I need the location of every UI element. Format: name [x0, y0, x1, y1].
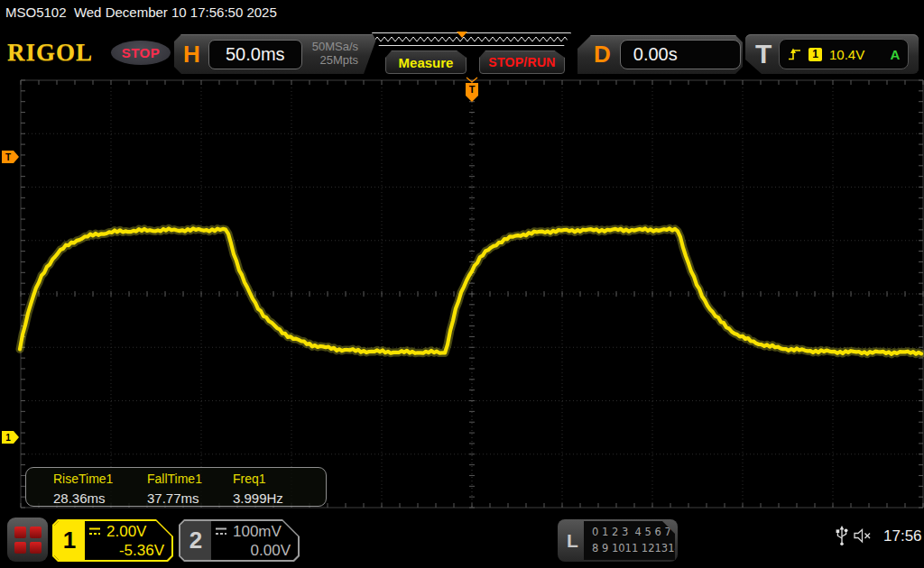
measurement-value: 37.77ms [147, 489, 202, 508]
datetime: Wed December 10 17:56:50 2025 [74, 5, 277, 20]
bottom-bar: 1 2.00V -5.36V 2 [0, 514, 924, 568]
trigger-info[interactable]: 1 10.4V A [779, 39, 909, 69]
channel1-position-marker[interactable]: 1 [2, 431, 19, 444]
dc-coupling-icon [88, 527, 102, 536]
overview-zigzag [373, 33, 570, 45]
digital-row-1: 0 1 2 3 4 5 6 7 [592, 525, 675, 541]
channel1-body: 1 2.00V -5.36V [54, 521, 171, 560]
channel1-scale: 2.00V [106, 522, 146, 541]
svg-text:1: 1 [5, 433, 11, 443]
channel2-block[interactable]: 2 100mV 0.00V [179, 519, 300, 562]
channel1-trace-glow [20, 228, 921, 353]
menu-button[interactable] [7, 518, 48, 562]
measurement-item: Freq1 3.999Hz [233, 471, 283, 508]
trigger-panel[interactable]: T 1 10.4V A [745, 34, 919, 74]
trigger-level-value: 10.4V [829, 47, 864, 62]
dc-coupling-icon [215, 527, 228, 536]
measurement-item: RiseTime1 28.36ms [53, 471, 113, 508]
grid-icon [14, 527, 42, 554]
horizontal-label: H [183, 41, 200, 69]
measurement-label: FallTime1 [147, 471, 202, 489]
delay-label: D [594, 41, 611, 69]
waveform-display[interactable]: T T 1 [0, 77, 924, 512]
digital-channel-list: 0 1 2 3 4 5 6 7 8 9 1011 12131415 [584, 521, 675, 560]
digital-row-2: 8 9 1011 12131415 [592, 541, 675, 557]
oscilloscope-screen: MSO5102 Wed December 10 17:56:50 2025 RI… [0, 0, 924, 568]
memory-depth: 25Mpts [319, 54, 358, 68]
measurement-value: 3.999Hz [233, 489, 283, 508]
sample-rate: 50MSa/s [312, 41, 358, 54]
channel1-number: 1 [54, 521, 85, 560]
horizontal-panel[interactable]: H 50.0ms 50MSa/s 25Mpts [174, 34, 378, 74]
channel1-block[interactable]: 1 2.00V -5.36V [52, 519, 173, 562]
trigger-sweep-mode: A [890, 47, 900, 62]
speaker-muted-icon[interactable] [854, 528, 873, 544]
waveform-position-strip[interactable] [372, 32, 571, 46]
position-pointer-icon [457, 32, 467, 38]
channel2-number: 2 [180, 521, 211, 560]
stop-run-button[interactable]: STOP/RUN [479, 50, 565, 74]
trigger-label: T [755, 39, 772, 69]
rigol-logo: RIGOL [7, 39, 93, 67]
clock: 17:56 [883, 527, 922, 545]
graticule [21, 80, 923, 508]
timebase-value[interactable]: 50.0ms [208, 40, 302, 69]
svg-text:T: T [469, 84, 476, 95]
measurement-item: FallTime1 37.77ms [147, 471, 202, 508]
measurement-panel: RiseTime1 28.36ms FallTime1 37.77ms Freq… [25, 467, 327, 507]
measurement-label: Freq1 [233, 471, 283, 489]
rising-slope-icon [788, 47, 801, 61]
channel1-offset: -5.36V [88, 541, 164, 560]
trigger-level-marker[interactable]: T [2, 151, 19, 163]
measure-button[interactable]: Measure [385, 50, 467, 74]
digital-channels-block[interactable]: L 0 1 2 3 4 5 6 7 8 9 1011 12131415 [558, 519, 678, 562]
delay-panel[interactable]: D 0.00s [578, 35, 743, 74]
trigger-source-badge: 1 [808, 48, 822, 61]
header-bar: RIGOL STOP H 50.0ms 50MSa/s 25Mpts Measu… [0, 31, 924, 76]
model-name: MSO5102 [5, 5, 67, 20]
channel1-trace [20, 228, 921, 353]
measurement-label: RiseTime1 [53, 471, 113, 489]
svg-text:T: T [5, 152, 11, 162]
channel2-body: 2 100mV 0.00V [180, 521, 298, 560]
logic-analyzer-label: L [567, 530, 578, 552]
channel2-offset: 0.00V [215, 541, 291, 560]
acquisition-info: 50MSa/s 25Mpts [312, 41, 358, 68]
delay-value[interactable]: 0.00s [620, 40, 741, 69]
measurement-value: 28.36ms [53, 489, 113, 508]
usb-icon [835, 525, 849, 547]
run-state-badge: STOP [111, 41, 171, 65]
channel2-scale: 100mV [233, 522, 282, 541]
status-bar: MSO5102 Wed December 10 17:56:50 2025 [5, 5, 277, 20]
